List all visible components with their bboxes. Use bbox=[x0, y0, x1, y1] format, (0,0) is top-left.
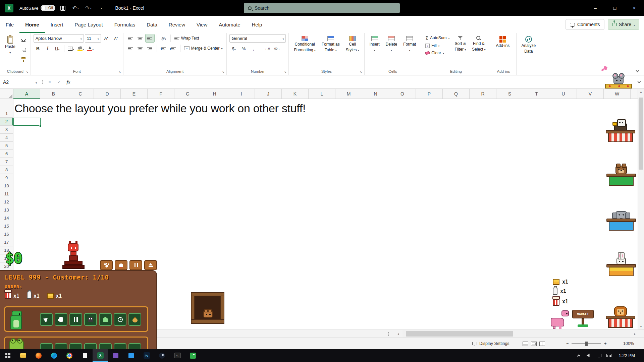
toolbar-button[interactable] bbox=[69, 343, 82, 349]
column-header-R[interactable]: R bbox=[470, 89, 496, 99]
autosum-button[interactable]: ΣAutoSum bbox=[424, 34, 451, 42]
expand-formula-bar-button[interactable] bbox=[634, 75, 644, 88]
row-header-10[interactable]: 10 bbox=[0, 182, 13, 190]
autosave-control[interactable]: AutoSave Off bbox=[19, 5, 55, 11]
select-all-button[interactable] bbox=[0, 89, 13, 99]
column-header-O[interactable]: O bbox=[389, 89, 416, 99]
tab-page-layout[interactable]: Page Layout bbox=[69, 16, 108, 33]
scroll-up-icon[interactable]: ▲ bbox=[638, 89, 644, 95]
pause-button[interactable] bbox=[69, 313, 82, 326]
column-header-F[interactable]: F bbox=[148, 89, 174, 99]
bold-button[interactable]: B bbox=[34, 45, 42, 53]
dialog-launcher-icon[interactable]: ↘ bbox=[284, 70, 287, 73]
fill-handle[interactable] bbox=[39, 125, 42, 127]
column-header-M[interactable]: M bbox=[335, 89, 362, 99]
align-bottom-button[interactable] bbox=[146, 34, 154, 42]
sheet-tab-splitter[interactable] bbox=[386, 331, 390, 337]
dialog-launcher-icon[interactable]: ↘ bbox=[222, 70, 225, 73]
row-header-14[interactable]: 14 bbox=[0, 214, 13, 222]
merge-center-button[interactable]: aMerge & Center bbox=[183, 45, 224, 52]
column-header-E[interactable]: E bbox=[121, 89, 148, 99]
comments-button[interactable]: Comments bbox=[566, 19, 604, 30]
taskbar-chrome-button[interactable] bbox=[62, 349, 77, 362]
menu-button[interactable] bbox=[129, 260, 142, 270]
row-header-8[interactable]: 8 bbox=[0, 166, 13, 174]
cell-styles-button[interactable]: Cell Styles bbox=[343, 34, 362, 54]
save-button[interactable] bbox=[57, 3, 68, 13]
column-header-I[interactable]: I bbox=[228, 89, 255, 99]
toolbar-button[interactable] bbox=[128, 343, 141, 349]
close-button[interactable]: × bbox=[625, 0, 644, 16]
wooden-stand[interactable] bbox=[191, 292, 224, 324]
column-header-B[interactable]: B bbox=[40, 89, 67, 99]
format-as-table-button[interactable]: Format as Table bbox=[319, 34, 342, 54]
eagle-stall[interactable] bbox=[606, 116, 635, 142]
dialog-launcher-icon[interactable]: ↘ bbox=[360, 70, 362, 73]
rabbit-stall[interactable] bbox=[606, 250, 636, 276]
orientation-button[interactable]: ab bbox=[159, 34, 168, 42]
column-header-W[interactable]: W bbox=[604, 89, 631, 99]
home-button[interactable] bbox=[99, 313, 112, 326]
column-header-S[interactable]: S bbox=[496, 89, 523, 99]
delete-cells-button[interactable]: Delete bbox=[383, 34, 400, 54]
row-header-13[interactable]: 13 bbox=[0, 206, 13, 214]
insert-function-button[interactable]: fx bbox=[64, 75, 73, 88]
addins-button[interactable]: Add-ins bbox=[494, 34, 512, 50]
align-right-button[interactable] bbox=[146, 44, 154, 52]
taskbar-game-button[interactable] bbox=[185, 349, 201, 362]
dino-avatar[interactable] bbox=[9, 311, 23, 329]
row-header-7[interactable]: 7 bbox=[0, 158, 13, 166]
column-header-N[interactable]: N bbox=[362, 89, 389, 99]
redo-button[interactable]: ↷▾ bbox=[83, 3, 94, 13]
dialog-launcher-icon[interactable]: ↘ bbox=[26, 70, 29, 73]
font-size-combo[interactable]: 11 bbox=[85, 34, 101, 43]
row-header-5[interactable]: 5 bbox=[0, 142, 13, 150]
bell-button[interactable] bbox=[115, 260, 127, 270]
wrap-text-button[interactable]: Wrap Text bbox=[173, 35, 201, 42]
toolbar-button[interactable] bbox=[55, 343, 67, 349]
touch-keyboard-button[interactable] bbox=[605, 349, 613, 362]
row-header-2[interactable]: 2 bbox=[0, 118, 13, 126]
clock-button[interactable] bbox=[114, 313, 126, 326]
tab-formulas[interactable]: Formulas bbox=[109, 16, 141, 33]
search-box[interactable]: Search bbox=[244, 3, 400, 13]
row-header-9[interactable]: 9 bbox=[0, 174, 13, 182]
column-header-Q[interactable]: Q bbox=[443, 89, 470, 99]
zoom-slider-knob[interactable] bbox=[585, 342, 588, 346]
fill-button[interactable]: ↓Fill bbox=[424, 42, 451, 49]
vertical-scrollbar[interactable]: ▲ ▼ bbox=[638, 89, 644, 329]
column-header-V[interactable]: V bbox=[577, 89, 604, 99]
taskbar-edge-button[interactable] bbox=[46, 349, 62, 362]
column-header-P[interactable]: P bbox=[416, 89, 443, 99]
underline-button[interactable]: U bbox=[53, 45, 62, 53]
row-header-12[interactable]: 12 bbox=[0, 198, 13, 206]
tab-view[interactable]: View bbox=[191, 16, 213, 33]
fill-color-button[interactable] bbox=[76, 45, 85, 53]
row-header-15[interactable]: 15 bbox=[0, 222, 13, 230]
column-header-A[interactable]: A bbox=[13, 89, 40, 99]
paw-button[interactable] bbox=[100, 260, 113, 270]
autosave-toggle[interactable]: Off bbox=[41, 5, 55, 11]
column-header-T[interactable]: T bbox=[523, 89, 550, 99]
demon-statue[interactable] bbox=[62, 242, 85, 270]
elephant-stall[interactable] bbox=[606, 204, 636, 231]
column-header-H[interactable]: H bbox=[201, 89, 228, 99]
column-header-J[interactable]: J bbox=[255, 89, 282, 99]
number-format-combo[interactable]: General bbox=[229, 34, 286, 43]
column-header-U[interactable]: U bbox=[550, 89, 577, 99]
lion-stall[interactable] bbox=[606, 302, 635, 328]
column-header-C[interactable]: C bbox=[67, 89, 94, 99]
row-header-3[interactable]: 3 bbox=[0, 126, 13, 134]
vertical-scroll-thumb[interactable] bbox=[639, 98, 643, 170]
share-button[interactable]: Share bbox=[608, 19, 639, 30]
cursor-button[interactable] bbox=[40, 313, 53, 326]
tray-expand-button[interactable] bbox=[575, 349, 583, 362]
clear-button[interactable]: Clear bbox=[424, 50, 451, 56]
row-header-6[interactable]: 6 bbox=[0, 150, 13, 158]
mouse-stall[interactable] bbox=[605, 68, 632, 88]
display-settings-button[interactable]: Display Settings bbox=[472, 338, 509, 349]
align-center-button[interactable] bbox=[136, 44, 145, 52]
hand-button[interactable] bbox=[55, 313, 67, 326]
tab-home[interactable]: Home bbox=[19, 16, 45, 33]
taskbar-photoshop-button[interactable] bbox=[139, 349, 154, 362]
